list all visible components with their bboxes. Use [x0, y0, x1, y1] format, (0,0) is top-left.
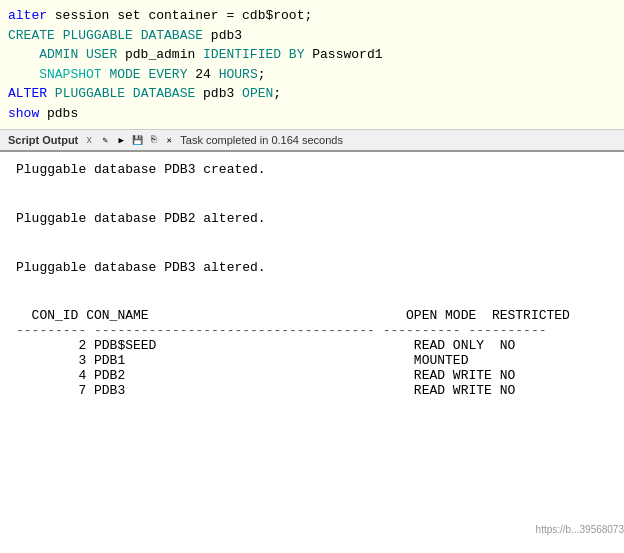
- table-row: 3 PDB1 MOUNTED: [16, 353, 608, 368]
- code-line: SNAPSHOT MODE EVERY 24 HOURS;: [8, 65, 616, 85]
- watermark: https://b...39568073: [536, 524, 624, 535]
- code-line: show pdbs: [8, 104, 616, 124]
- toolbar-close-icon[interactable]: x: [86, 135, 92, 146]
- toolbar-title: Script Output: [8, 134, 78, 146]
- code-line: alter session set container = cdb$root;: [8, 6, 616, 26]
- output-spacer: [16, 230, 608, 244]
- output-line: Pluggable database PDB2 altered.: [16, 209, 608, 230]
- table-header: CON_ID CON_NAME OPEN MODE RESTRICTED: [16, 308, 608, 323]
- code-line: ADMIN USER pdb_admin IDENTIFIED BY Passw…: [8, 45, 616, 65]
- toolbar-icons: ✎ ▶ 💾 ⎘ ✕: [98, 133, 176, 147]
- task-status: Task completed in 0.164 seconds: [180, 134, 343, 146]
- db-table: CON_ID CON_NAME OPEN MODE RESTRICTED ---…: [16, 308, 608, 398]
- table-rows: 2 PDB$SEED READ ONLY NO 3 PDB1 MOUNTED 4…: [16, 338, 608, 398]
- output-line: Pluggable database PDB3 altered.: [16, 258, 608, 279]
- code-editor: alter session set container = cdb$root;C…: [0, 0, 624, 130]
- edit-icon[interactable]: ✎: [98, 133, 112, 147]
- table-section: CON_ID CON_NAME OPEN MODE RESTRICTED ---…: [0, 300, 624, 406]
- code-line: CREATE PLUGGABLE DATABASE pdb3: [8, 26, 616, 46]
- output-spacer: [16, 181, 608, 195]
- copy-icon[interactable]: ⎘: [146, 133, 160, 147]
- output-spacer: [16, 278, 608, 292]
- table-row: 7 PDB3 READ WRITE NO: [16, 383, 608, 398]
- save-icon[interactable]: 💾: [130, 133, 144, 147]
- table-row: 4 PDB2 READ WRITE NO: [16, 368, 608, 383]
- output-spacer: [16, 244, 608, 258]
- output-line: Pluggable database PDB3 created.: [16, 160, 608, 181]
- script-output-toolbar: Script Output x ✎ ▶ 💾 ⎘ ✕ Task completed…: [0, 130, 624, 152]
- clear-icon[interactable]: ✕: [162, 133, 176, 147]
- output-spacer: [16, 195, 608, 209]
- table-row: 2 PDB$SEED READ ONLY NO: [16, 338, 608, 353]
- table-divider: --------- ------------------------------…: [16, 323, 608, 338]
- code-line: ALTER PLUGGABLE DATABASE pdb3 OPEN;: [8, 84, 616, 104]
- output-area: Pluggable database PDB3 created.Pluggabl…: [0, 152, 624, 300]
- run-icon[interactable]: ▶: [114, 133, 128, 147]
